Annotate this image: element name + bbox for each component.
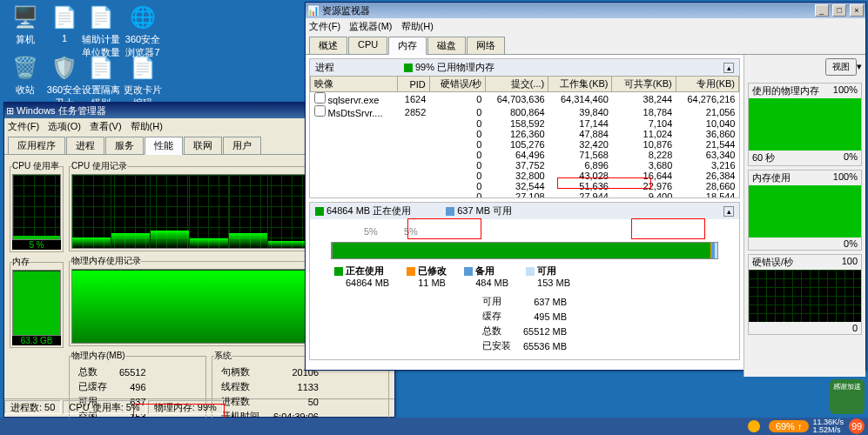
rm-icon: 📊 bbox=[307, 5, 320, 17]
tab-CPU[interactable]: CPU bbox=[348, 37, 387, 54]
column-header[interactable]: PID bbox=[397, 77, 429, 92]
row-checkbox[interactable] bbox=[314, 92, 326, 104]
table-row[interactable]: 064,49671,5688,22863,340 bbox=[311, 150, 739, 160]
rm-tabs: 概述CPU内存磁盘网络 bbox=[306, 35, 865, 55]
legend-item: 可用153 MB bbox=[526, 264, 570, 288]
legend-item: 已修改11 MB bbox=[407, 264, 447, 288]
mem-history-label: 物理内存使用记录 bbox=[71, 255, 141, 267]
rm-title: 资源监视器 bbox=[320, 4, 814, 17]
tm-title: Windows 任务管理器 bbox=[14, 104, 343, 117]
tab-联网[interactable]: 联网 bbox=[184, 137, 222, 154]
table-row[interactable]: 0158,59217,1447,10410,040 bbox=[311, 118, 739, 129]
tab-进程[interactable]: 进程 bbox=[66, 137, 104, 154]
legend-item: 备用484 MB bbox=[464, 264, 508, 288]
memory-value: 63.3 GB bbox=[12, 336, 61, 345]
minimize-button[interactable]: _ bbox=[815, 4, 829, 17]
tab-服务[interactable]: 服务 bbox=[105, 137, 144, 154]
menu-item[interactable]: 查看(V) bbox=[90, 121, 122, 131]
rm-titlebar[interactable]: 📊 资源监视器 _ □ × bbox=[306, 3, 865, 18]
taskbar[interactable]: 69% ↑ 11.36K/s 1.52M/s 99 bbox=[0, 418, 868, 435]
menu-item[interactable]: 文件(F) bbox=[8, 121, 39, 131]
tab-网络[interactable]: 网络 bbox=[467, 37, 505, 54]
annotation-box bbox=[407, 218, 481, 239]
memory-bar bbox=[331, 242, 718, 259]
desktop-icon[interactable]: 🗑️收站 bbox=[4, 54, 46, 97]
column-header[interactable]: 映像 bbox=[311, 77, 398, 92]
dropdown-icon[interactable]: ▾ bbox=[857, 61, 862, 71]
gadget-accelerate[interactable]: 感谢加速 bbox=[830, 379, 865, 414]
annotation-box bbox=[133, 404, 225, 418]
cpu-usage-value: 5 % bbox=[12, 240, 61, 250]
table-row[interactable]: 032,80043,02816,64426,384 bbox=[311, 171, 739, 181]
process-title: 进程 bbox=[315, 61, 334, 74]
cpu-badge[interactable]: 69% ↑ bbox=[769, 420, 810, 432]
table-row[interactable]: MsDtsSrvr....28520800,86439,84018,78421,… bbox=[311, 105, 739, 118]
collapse-icon[interactable]: ▴ bbox=[723, 206, 734, 217]
side-chart: 内存使用100%0% bbox=[748, 170, 862, 251]
tab-用户[interactable]: 用户 bbox=[223, 137, 261, 154]
column-header[interactable]: 可共享(KB) bbox=[612, 77, 676, 92]
desktop-icon[interactable]: 📄1 bbox=[44, 3, 85, 44]
menu-item[interactable]: 监视器(M) bbox=[349, 21, 393, 31]
memory-label: 内存 bbox=[12, 256, 30, 268]
phys-mem-title: 物理内存(MB) bbox=[71, 350, 125, 362]
menu-item[interactable]: 选项(O) bbox=[48, 121, 81, 131]
column-header[interactable]: 硬错误/秒 bbox=[429, 77, 485, 92]
menu-item[interactable]: 帮助(H) bbox=[131, 121, 163, 131]
cpu-usage-label: CPU 使用率 bbox=[12, 160, 59, 172]
tray-icon[interactable] bbox=[748, 420, 760, 432]
legend-item: 正在使用64864 MB bbox=[334, 264, 389, 288]
net-speed: 11.36K/s 1.52M/s bbox=[812, 418, 844, 434]
process-pane: 进程 99% 已用物理内存 ▴ 映像PID硬错误/秒提交(...)工作集(KB)… bbox=[309, 58, 740, 198]
table-row[interactable]: 027,10827,9449,40018,544 bbox=[311, 191, 739, 197]
cpu-history-label: CPU 使用记录 bbox=[71, 160, 127, 172]
process-subtitle: 99% 已用物理内存 bbox=[415, 61, 495, 74]
table-row[interactable]: 0105,27632,42010,87621,544 bbox=[311, 139, 739, 150]
desktop-icon[interactable]: 🌐360安全浏览器7 bbox=[122, 3, 164, 59]
notification-badge[interactable]: 99 bbox=[849, 418, 865, 434]
view-button[interactable]: 视图 bbox=[825, 58, 857, 76]
status-cell: 进程数: 50 bbox=[4, 400, 61, 414]
cpu-usage-gauge bbox=[12, 174, 61, 240]
tab-性能[interactable]: 性能 bbox=[145, 137, 183, 155]
table-row[interactable]: 037,7526,8963,6803,216 bbox=[311, 160, 739, 171]
side-chart: 使用的物理内存100%60 秒0% bbox=[748, 83, 862, 166]
row-checkbox[interactable] bbox=[314, 105, 326, 117]
maximize-button[interactable]: □ bbox=[832, 4, 846, 17]
desktop-icon[interactable]: 🖥️算机 bbox=[4, 3, 46, 46]
system-title: 系统 bbox=[214, 350, 232, 362]
table-row[interactable]: 032,54451,63622,97628,660 bbox=[311, 181, 739, 191]
close-button[interactable]: × bbox=[850, 4, 864, 17]
app-icon: ⊞ bbox=[6, 105, 14, 117]
column-header[interactable]: 提交(...) bbox=[485, 77, 548, 92]
memory-gauge bbox=[12, 270, 61, 336]
table-row[interactable]: 0126,36047,88411,02436,860 bbox=[311, 129, 739, 139]
tab-内存[interactable]: 内存 bbox=[388, 37, 427, 55]
side-chart: 硬错误/秒1000 bbox=[748, 254, 862, 335]
tab-概述[interactable]: 概述 bbox=[309, 37, 347, 54]
annotation-box bbox=[631, 218, 705, 239]
menu-item[interactable]: 文件(F) bbox=[309, 21, 340, 31]
collapse-icon[interactable]: ▴ bbox=[723, 63, 734, 73]
table-row[interactable]: sqlservr.exe1624064,703,63664,314,46038,… bbox=[311, 92, 739, 106]
column-header[interactable]: 专用(KB) bbox=[676, 77, 738, 92]
rm-menubar: 文件(F)监视器(M)帮助(H) bbox=[306, 18, 865, 35]
process-table[interactable]: 映像PID硬错误/秒提交(...)工作集(KB)可共享(KB)专用(KB) sq… bbox=[310, 76, 739, 197]
tab-应用程序[interactable]: 应用程序 bbox=[8, 137, 65, 154]
column-header[interactable]: 工作集(KB) bbox=[548, 77, 612, 92]
annotation-box bbox=[557, 177, 651, 189]
menu-item[interactable]: 帮助(H) bbox=[401, 21, 434, 31]
tab-磁盘[interactable]: 磁盘 bbox=[427, 37, 466, 54]
